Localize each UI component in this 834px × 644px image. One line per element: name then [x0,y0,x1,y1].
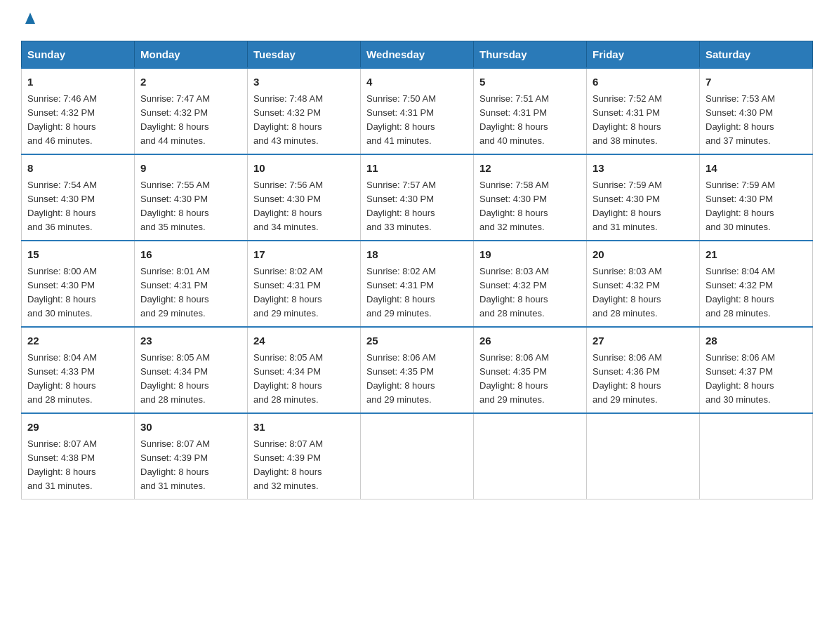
calendar-cell: 13 Sunrise: 7:59 AM Sunset: 4:30 PM Dayl… [587,154,700,241]
day-number: 29 [27,420,128,436]
day-info: Sunrise: 7:56 AM Sunset: 4:30 PM Dayligh… [253,178,355,235]
week-row-3: 15 Sunrise: 8:00 AM Sunset: 4:30 PM Dayl… [22,241,813,327]
logo-arrow-icon [22,11,38,27]
calendar-table: SundayMondayTuesdayWednesdayThursdayFrid… [21,41,813,499]
calendar-cell: 8 Sunrise: 7:54 AM Sunset: 4:30 PM Dayli… [22,154,135,241]
day-info: Sunrise: 8:05 AM Sunset: 4:34 PM Dayligh… [253,351,355,408]
day-number: 13 [593,161,694,177]
calendar-cell [474,413,587,499]
column-header-wednesday: Wednesday [361,41,474,69]
calendar-cell: 16 Sunrise: 8:01 AM Sunset: 4:31 PM Dayl… [135,241,248,327]
day-number: 17 [253,247,355,263]
calendar-cell: 22 Sunrise: 8:04 AM Sunset: 4:33 PM Dayl… [22,327,135,413]
day-info: Sunrise: 7:50 AM Sunset: 4:31 PM Dayligh… [366,92,468,149]
day-number: 1 [27,74,128,90]
column-header-saturday: Saturday [700,41,813,69]
calendar-cell: 30 Sunrise: 8:07 AM Sunset: 4:39 PM Dayl… [135,413,248,499]
day-info: Sunrise: 8:07 AM Sunset: 4:38 PM Dayligh… [27,437,128,494]
day-number: 16 [140,247,241,263]
day-number: 14 [706,161,807,177]
calendar-cell: 2 Sunrise: 7:47 AM Sunset: 4:32 PM Dayli… [135,68,248,154]
day-number: 6 [593,74,694,90]
calendar-cell: 21 Sunrise: 8:04 AM Sunset: 4:32 PM Dayl… [700,241,813,327]
day-number: 22 [27,333,128,349]
day-info: Sunrise: 7:59 AM Sunset: 4:30 PM Dayligh… [706,178,807,235]
day-info: Sunrise: 8:06 AM Sunset: 4:37 PM Dayligh… [706,351,807,408]
day-info: Sunrise: 8:06 AM Sunset: 4:35 PM Dayligh… [479,351,581,408]
column-header-tuesday: Tuesday [248,41,361,69]
day-number: 12 [479,161,581,177]
calendar-cell: 20 Sunrise: 8:03 AM Sunset: 4:32 PM Dayl… [587,241,700,327]
calendar-cell: 19 Sunrise: 8:03 AM Sunset: 4:32 PM Dayl… [474,241,587,327]
logo [21,14,38,27]
calendar-cell [361,413,474,499]
page-header [21,14,813,27]
day-number: 9 [140,161,241,177]
day-info: Sunrise: 8:04 AM Sunset: 4:33 PM Dayligh… [27,351,128,408]
day-number: 5 [479,74,581,90]
calendar-cell: 15 Sunrise: 8:00 AM Sunset: 4:30 PM Dayl… [22,241,135,327]
day-number: 31 [253,420,355,436]
calendar-cell: 27 Sunrise: 8:06 AM Sunset: 4:36 PM Dayl… [587,327,700,413]
week-row-1: 1 Sunrise: 7:46 AM Sunset: 4:32 PM Dayli… [22,68,813,154]
calendar-cell [587,413,700,499]
day-number: 4 [366,74,468,90]
calendar-cell: 24 Sunrise: 8:05 AM Sunset: 4:34 PM Dayl… [248,327,361,413]
calendar-header-row: SundayMondayTuesdayWednesdayThursdayFrid… [22,41,813,69]
calendar-cell: 18 Sunrise: 8:02 AM Sunset: 4:31 PM Dayl… [361,241,474,327]
day-info: Sunrise: 8:06 AM Sunset: 4:36 PM Dayligh… [593,351,694,408]
calendar-cell: 10 Sunrise: 7:56 AM Sunset: 4:30 PM Dayl… [248,154,361,241]
day-info: Sunrise: 8:02 AM Sunset: 4:31 PM Dayligh… [366,264,468,321]
day-number: 3 [253,74,355,90]
calendar-cell: 12 Sunrise: 7:58 AM Sunset: 4:30 PM Dayl… [474,154,587,241]
day-info: Sunrise: 8:06 AM Sunset: 4:35 PM Dayligh… [366,351,468,408]
day-number: 23 [140,333,241,349]
day-info: Sunrise: 7:47 AM Sunset: 4:32 PM Dayligh… [140,92,241,149]
day-number: 24 [253,333,355,349]
day-number: 11 [366,161,468,177]
day-info: Sunrise: 8:05 AM Sunset: 4:34 PM Dayligh… [140,351,241,408]
day-info: Sunrise: 7:46 AM Sunset: 4:32 PM Dayligh… [27,92,128,149]
calendar-cell: 3 Sunrise: 7:48 AM Sunset: 4:32 PM Dayli… [248,68,361,154]
day-number: 27 [593,333,694,349]
day-number: 25 [366,333,468,349]
day-info: Sunrise: 7:53 AM Sunset: 4:30 PM Dayligh… [706,92,807,149]
day-number: 30 [140,420,241,436]
calendar-cell [700,413,813,499]
day-info: Sunrise: 8:01 AM Sunset: 4:31 PM Dayligh… [140,264,241,321]
day-info: Sunrise: 8:03 AM Sunset: 4:32 PM Dayligh… [593,264,694,321]
day-number: 26 [479,333,581,349]
day-number: 7 [706,74,807,90]
calendar-cell: 4 Sunrise: 7:50 AM Sunset: 4:31 PM Dayli… [361,68,474,154]
calendar-cell: 9 Sunrise: 7:55 AM Sunset: 4:30 PM Dayli… [135,154,248,241]
day-number: 10 [253,161,355,177]
calendar-cell: 29 Sunrise: 8:07 AM Sunset: 4:38 PM Dayl… [22,413,135,499]
day-info: Sunrise: 7:55 AM Sunset: 4:30 PM Dayligh… [140,178,241,235]
day-info: Sunrise: 7:54 AM Sunset: 4:30 PM Dayligh… [27,178,128,235]
calendar-cell: 6 Sunrise: 7:52 AM Sunset: 4:31 PM Dayli… [587,68,700,154]
calendar-cell: 14 Sunrise: 7:59 AM Sunset: 4:30 PM Dayl… [700,154,813,241]
day-number: 28 [706,333,807,349]
column-header-thursday: Thursday [474,41,587,69]
calendar-cell: 17 Sunrise: 8:02 AM Sunset: 4:31 PM Dayl… [248,241,361,327]
day-number: 21 [706,247,807,263]
day-info: Sunrise: 7:59 AM Sunset: 4:30 PM Dayligh… [593,178,694,235]
day-info: Sunrise: 8:04 AM Sunset: 4:32 PM Dayligh… [706,264,807,321]
week-row-4: 22 Sunrise: 8:04 AM Sunset: 4:33 PM Dayl… [22,327,813,413]
calendar-cell: 28 Sunrise: 8:06 AM Sunset: 4:37 PM Dayl… [700,327,813,413]
day-info: Sunrise: 7:58 AM Sunset: 4:30 PM Dayligh… [479,178,581,235]
day-number: 18 [366,247,468,263]
calendar-cell: 1 Sunrise: 7:46 AM Sunset: 4:32 PM Dayli… [22,68,135,154]
day-number: 2 [140,74,241,90]
day-info: Sunrise: 7:57 AM Sunset: 4:30 PM Dayligh… [366,178,468,235]
calendar-cell: 25 Sunrise: 8:06 AM Sunset: 4:35 PM Dayl… [361,327,474,413]
day-info: Sunrise: 8:00 AM Sunset: 4:30 PM Dayligh… [27,264,128,321]
calendar-cell: 5 Sunrise: 7:51 AM Sunset: 4:31 PM Dayli… [474,68,587,154]
calendar-cell: 11 Sunrise: 7:57 AM Sunset: 4:30 PM Dayl… [361,154,474,241]
column-header-friday: Friday [587,41,700,69]
week-row-5: 29 Sunrise: 8:07 AM Sunset: 4:38 PM Dayl… [22,413,813,499]
week-row-2: 8 Sunrise: 7:54 AM Sunset: 4:30 PM Dayli… [22,154,813,241]
day-info: Sunrise: 7:51 AM Sunset: 4:31 PM Dayligh… [479,92,581,149]
day-info: Sunrise: 8:03 AM Sunset: 4:32 PM Dayligh… [479,264,581,321]
calendar-cell: 31 Sunrise: 8:07 AM Sunset: 4:39 PM Dayl… [248,413,361,499]
